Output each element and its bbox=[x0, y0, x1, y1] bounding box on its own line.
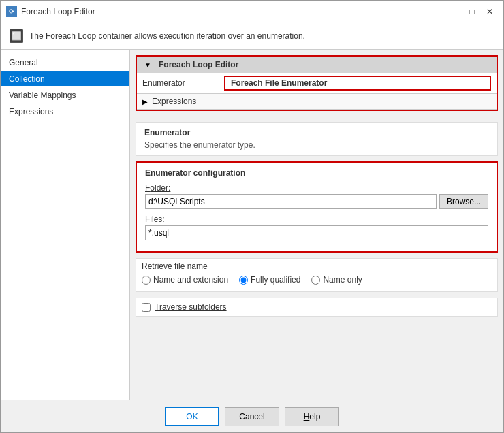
title-bar: ⟳ Foreach Loop Editor ─ □ ✕ bbox=[1, 1, 503, 22]
window-icon: ⟳ bbox=[6, 6, 17, 17]
browse-button[interactable]: Browse... bbox=[439, 194, 488, 209]
traverse-label[interactable]: Traverse subfolders bbox=[155, 302, 227, 312]
sidebar-item-general[interactable]: General bbox=[1, 55, 129, 70]
sidebar-item-collection[interactable]: Collection bbox=[1, 71, 129, 86]
folder-underline: F bbox=[145, 183, 150, 193]
description-title: Enumerator bbox=[144, 128, 489, 138]
editor-panel: ▼ Foreach Loop Editor Enumerator Foreach… bbox=[136, 55, 498, 111]
folder-row: Browse... bbox=[145, 194, 488, 209]
files-label-text: Files: bbox=[145, 214, 165, 224]
retrieve-section: Retrieve file name Name and extension Fu… bbox=[136, 258, 498, 292]
config-section: Enumerator configuration Folder: Browse.… bbox=[136, 161, 498, 253]
collapse-icon[interactable]: ▼ bbox=[142, 59, 153, 70]
description-text: Specifies the enumerator type. bbox=[144, 140, 489, 150]
files-label: Files: bbox=[145, 214, 488, 224]
info-text: The Foreach Loop container allows execut… bbox=[29, 31, 305, 41]
folder-input[interactable] bbox=[145, 194, 437, 209]
files-underline: i bbox=[150, 214, 152, 224]
title-bar-controls: ─ □ ✕ bbox=[446, 5, 498, 18]
radio-name-only-label: Name only bbox=[323, 275, 362, 285]
sidebar-item-variable-mappings[interactable]: Variable Mappings bbox=[1, 88, 129, 103]
radio-name-and-extension-input[interactable] bbox=[142, 276, 151, 285]
cancel-button[interactable]: Cancel bbox=[225, 407, 279, 426]
expressions-label: Expressions bbox=[152, 97, 196, 106]
radio-fully-qualified-input[interactable] bbox=[239, 276, 248, 285]
restore-button[interactable]: □ bbox=[464, 5, 480, 18]
editor-header: ▼ Foreach Loop Editor bbox=[137, 57, 497, 73]
radio-name-and-extension-label: Name and extension bbox=[153, 275, 228, 285]
expressions-row[interactable]: ▶ Expressions bbox=[137, 94, 497, 110]
minimize-button[interactable]: ─ bbox=[446, 5, 462, 18]
traverse-checkbox[interactable] bbox=[142, 303, 151, 312]
traverse-section: Traverse subfolders bbox=[136, 298, 498, 317]
radio-group: Name and extension Fully qualified Name … bbox=[142, 275, 492, 285]
footer: OK Cancel Help bbox=[1, 400, 503, 432]
radio-name-and-extension[interactable]: Name and extension bbox=[142, 275, 228, 285]
close-button[interactable]: ✕ bbox=[482, 5, 498, 18]
sidebar-item-expressions[interactable]: Expressions bbox=[1, 104, 129, 119]
config-title: Enumerator configuration bbox=[145, 168, 488, 178]
info-bar: 🔲 The Foreach Loop container allows exec… bbox=[1, 22, 503, 50]
sidebar: General Collection Variable Mappings Exp… bbox=[1, 50, 130, 400]
radio-fully-qualified[interactable]: Fully qualified bbox=[239, 275, 300, 285]
help-underline: H bbox=[304, 412, 310, 421]
retrieve-title: Retrieve file name bbox=[142, 261, 492, 271]
traverse-label-text: raverse subfolders bbox=[159, 302, 227, 312]
enumerator-label: Enumerator bbox=[142, 78, 224, 88]
enumerator-value: Foreach File Enumerator bbox=[224, 76, 491, 91]
folder-label-text: Folder: bbox=[145, 183, 170, 193]
editor-title: Foreach Loop Editor bbox=[159, 60, 491, 69]
expand-icon: ▶ bbox=[142, 98, 148, 106]
enumerator-row: Enumerator Foreach File Enumerator bbox=[137, 73, 497, 94]
traverse-underline: T bbox=[155, 302, 159, 312]
main-content: General Collection Variable Mappings Exp… bbox=[1, 50, 503, 400]
radio-fully-qualified-label: Fully qualified bbox=[251, 275, 300, 285]
window-title: Foreach Loop Editor bbox=[21, 7, 95, 16]
info-icon: 🔲 bbox=[9, 29, 24, 44]
radio-name-only-input[interactable] bbox=[311, 276, 320, 285]
folder-label: Folder: bbox=[145, 183, 488, 193]
window: ⟳ Foreach Loop Editor ─ □ ✕ 🔲 The Foreac… bbox=[0, 0, 504, 433]
help-button[interactable]: Help bbox=[285, 407, 339, 426]
radio-name-only[interactable]: Name only bbox=[311, 275, 362, 285]
title-bar-left: ⟳ Foreach Loop Editor bbox=[6, 6, 95, 17]
ok-button[interactable]: OK bbox=[165, 407, 219, 426]
description-section: Enumerator Specifies the enumerator type… bbox=[136, 122, 498, 156]
files-row bbox=[145, 225, 488, 240]
files-input[interactable] bbox=[145, 225, 488, 240]
content-area: ▼ Foreach Loop Editor Enumerator Foreach… bbox=[130, 50, 503, 400]
